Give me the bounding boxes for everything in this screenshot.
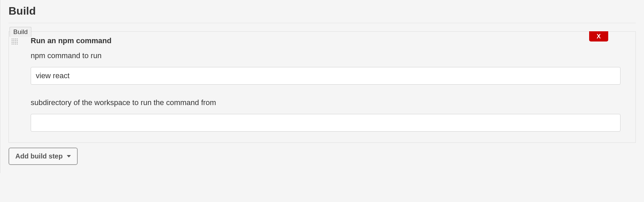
step-body: Run an npm command npm command to run su… — [9, 32, 635, 142]
npm-command-label: npm command to run — [31, 51, 620, 60]
section-title: Build — [9, 5, 636, 23]
step-title: Run an npm command — [31, 36, 620, 45]
step-tag: Build — [10, 27, 31, 37]
caret-down-icon — [67, 155, 71, 157]
add-build-step-button[interactable]: Add build step — [9, 148, 78, 165]
build-step: Build X Run an npm command npm command t… — [9, 31, 636, 143]
drag-handle-icon[interactable] — [12, 38, 20, 47]
npm-command-input[interactable] — [31, 67, 620, 85]
subdirectory-label: subdirectory of the workspace to run the… — [31, 98, 620, 107]
build-section: Build Build X Run an npm command npm com… — [0, 0, 644, 173]
subdirectory-input[interactable] — [31, 114, 620, 132]
add-build-step-label: Add build step — [15, 152, 63, 160]
add-step-wrap: Add build step — [9, 148, 636, 165]
